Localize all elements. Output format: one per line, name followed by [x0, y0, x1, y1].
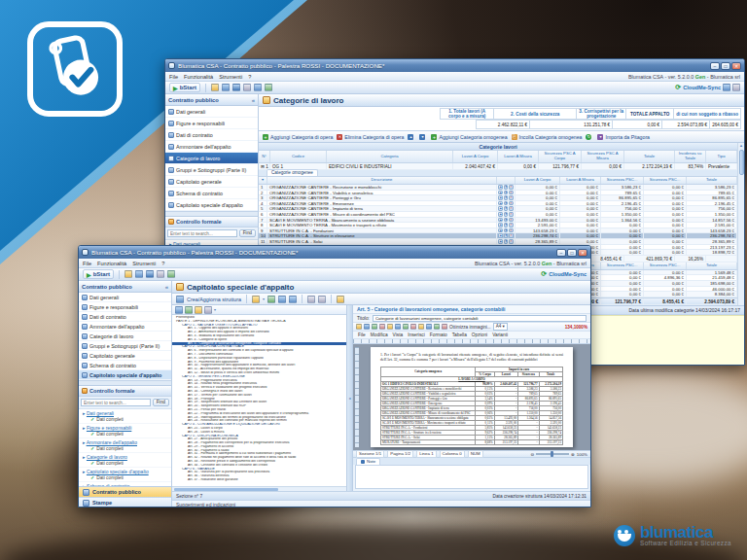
collapse-icon[interactable]: «	[252, 97, 255, 103]
editor-menu-item[interactable]: Inserisci	[408, 332, 425, 337]
row-up-icon[interactable]: ▲	[498, 239, 503, 244]
controllo-item[interactable]: ▸ Categorie di lavoro ✓Dati completi	[79, 453, 171, 468]
maximize-button[interactable]: □	[567, 249, 577, 257]
zoom-slider[interactable]	[536, 453, 569, 455]
row-delete-icon[interactable]: ✕	[509, 239, 514, 244]
horizontal-scrollbar[interactable]	[172, 486, 346, 491]
tree-item[interactable]: Art. 37 - Riduzione delle garanzie	[172, 478, 346, 482]
zoom-in-icon[interactable]: ⊕	[571, 452, 575, 457]
row-delete-icon[interactable]: ✕	[509, 191, 514, 195]
move-down-icon[interactable]	[289, 296, 297, 303]
row-delete-icon[interactable]: ✕	[509, 228, 514, 233]
document-preview[interactable]: 1. Per i lavori “a Corpo” le categorie d…	[353, 344, 590, 450]
row-down-icon[interactable]: ▼	[504, 191, 509, 195]
categoria-opera-row[interactable]: ⊟ 1 OG 1 EDIFICI CIVILI E INDUSTRIALI 2.…	[259, 163, 737, 170]
title-bar[interactable]: Blumatica CSA - Contratto pubblico - Pal…	[79, 246, 590, 259]
sidebar-item[interactable]: Capitolato generale	[165, 176, 258, 188]
row-delete-icon[interactable]: ✕	[509, 223, 514, 228]
sidebar-item[interactable]: Ammontare dell'appalto	[79, 322, 171, 332]
grid-toolbar-button[interactable]: Importa da Pitagora	[597, 134, 650, 140]
find-button[interactable]: Find	[239, 229, 256, 237]
row-delete-icon[interactable]: ✕	[509, 195, 514, 200]
row-down-icon[interactable]: ▼	[504, 195, 509, 200]
new-icon[interactable]	[356, 324, 362, 330]
sidebar-item[interactable]: Dati generali	[79, 293, 171, 302]
row-up-icon[interactable]: ▲	[498, 201, 503, 206]
cut-icon[interactable]	[387, 324, 393, 330]
controllo-item[interactable]: ▸ Capitolato speciale d'appalto ✓Dati co…	[79, 468, 171, 482]
grid-toolbar-button[interactable]: Aggiungi Categoria di opera	[263, 134, 333, 140]
row-down-icon[interactable]: ▼	[504, 212, 509, 217]
report-icon[interactable]	[254, 84, 262, 91]
book-icon[interactable]	[307, 296, 315, 303]
sidebar-item[interactable]: Schema di contratto	[79, 361, 171, 370]
sidebar-item[interactable]: Schema di contratto	[165, 188, 258, 199]
row-up-icon[interactable]: ▲	[498, 223, 503, 228]
row-down-icon[interactable]: ▼	[504, 218, 509, 223]
close-button[interactable]: ✕	[578, 249, 587, 257]
controllo-item[interactable]: ▸ Figure e responsabili ✓Dati completi	[79, 424, 171, 438]
collapse-icon[interactable]: «	[165, 284, 168, 290]
optimize-images-button[interactable]: Ottimizza immagini...	[449, 325, 491, 330]
menu-item[interactable]: ?	[248, 74, 251, 80]
zoom-out-icon[interactable]: ⊖	[530, 452, 534, 457]
editor-menu-item[interactable]: Formato	[430, 332, 447, 337]
page-format-select[interactable]: A4 ▾	[493, 323, 508, 331]
export-icon[interactable]	[146, 270, 154, 278]
title-bar[interactable]: Blumatica CSA - Contratto pubblico - Pal…	[165, 59, 744, 72]
editor-menu-item[interactable]: Vista	[393, 332, 404, 337]
row-delete-icon[interactable]: ✕	[509, 233, 514, 238]
row-up-icon[interactable]: ▲	[498, 195, 503, 200]
sidebar-item[interactable]: Categorie di lavoro	[165, 153, 258, 164]
book2-icon[interactable]	[318, 296, 326, 303]
row-down-icon[interactable]: ▼	[504, 239, 509, 244]
row-down-icon[interactable]: ▼	[504, 223, 509, 228]
row-up-icon[interactable]: ▲	[498, 233, 503, 238]
menu-item[interactable]: ?	[161, 261, 164, 266]
sidebar-item[interactable]: Gruppi e Sottogruppi (Parte II)	[165, 164, 258, 176]
titolo-input[interactable]	[373, 315, 587, 322]
sidebar-item[interactable]: Dati di contratto	[165, 129, 258, 141]
maximize-button[interactable]: □	[721, 62, 730, 70]
row-delete-icon[interactable]: ✕	[509, 185, 514, 190]
print-icon[interactable]	[243, 84, 251, 91]
sidebar-item[interactable]: Capitolato speciale d'appalto	[165, 199, 258, 211]
layout-icon[interactable]	[204, 306, 212, 314]
grid-icon[interactable]	[723, 84, 730, 91]
export-icon[interactable]	[232, 84, 240, 91]
sidebar-item[interactable]: Dati generali	[165, 106, 258, 118]
editor-menu-item[interactable]: Modifica	[371, 332, 388, 337]
row-delete-icon[interactable]: ✕	[509, 212, 514, 217]
row-up-icon[interactable]: ▲	[498, 212, 503, 217]
print-icon[interactable]	[379, 324, 385, 330]
minimize-button[interactable]: –	[556, 249, 566, 257]
sidebar-item[interactable]: Figure e responsabili	[79, 302, 171, 312]
open-folder-icon[interactable]	[124, 270, 132, 278]
bstart-button[interactable]: ▶bStart	[169, 83, 200, 92]
controllo-search-input[interactable]	[167, 229, 237, 237]
grid-toolbar-button[interactable]: Elimina Categoria di opera	[337, 134, 404, 140]
sidebar-item[interactable]: Ammontare dell'appalto	[165, 141, 258, 153]
row-down-icon[interactable]: ▼	[504, 228, 509, 233]
layout-icon[interactable]	[732, 84, 740, 91]
row-delete-icon[interactable]: ✕	[509, 201, 514, 206]
menu-item[interactable]: File	[83, 261, 91, 266]
nav-button-contratto-pubblico[interactable]: Contratto pubblico	[79, 487, 171, 498]
move-up-icon[interactable]	[278, 296, 286, 303]
controllo-search-input[interactable]	[81, 399, 151, 406]
open-icon[interactable]	[364, 324, 370, 330]
row-delete-icon[interactable]: ✕	[509, 218, 514, 223]
row-down-icon[interactable]: ▼	[504, 233, 509, 238]
editor-menu-item[interactable]: Varianti	[492, 332, 508, 337]
grid-toolbar-button[interactable]: Incolla Categoria omogenea	[512, 134, 583, 140]
row-down-icon[interactable]: ▼	[504, 201, 509, 206]
info-icon[interactable]	[265, 84, 272, 91]
nav-button-stampe[interactable]: Stampe	[79, 498, 171, 508]
sidebar-item[interactable]: Capitolato speciale d'appalto	[79, 370, 171, 380]
menu-item[interactable]: File	[169, 74, 178, 80]
save-icon[interactable]	[175, 306, 183, 314]
info-icon[interactable]	[167, 270, 175, 278]
note-textarea[interactable]	[355, 465, 588, 489]
row-up-icon[interactable]: ▲	[498, 228, 503, 233]
row-down-icon[interactable]: ▼	[504, 185, 509, 190]
